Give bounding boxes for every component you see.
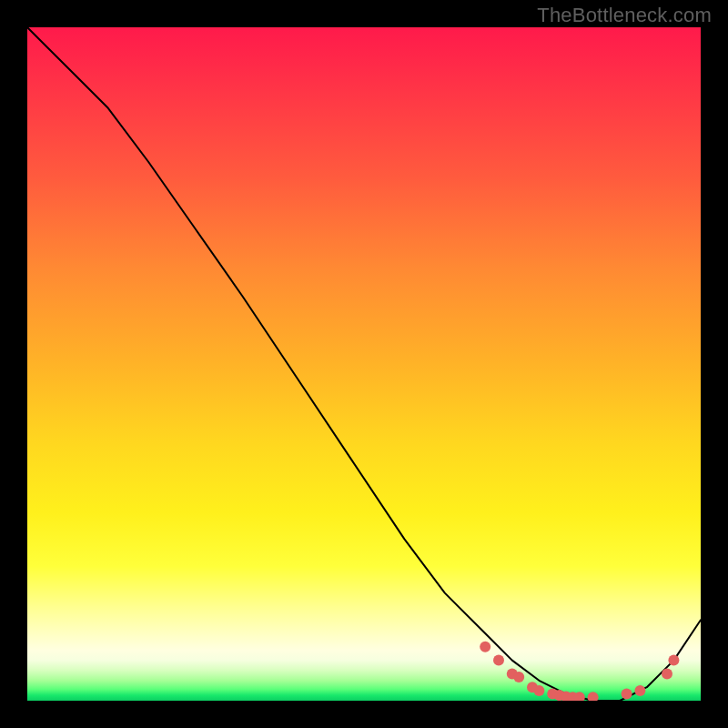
marker-dot	[493, 655, 504, 666]
plot-area	[27, 27, 701, 701]
marker-dot	[533, 685, 544, 696]
marker-group	[480, 642, 679, 701]
marker-dot	[662, 668, 672, 679]
bottleneck-curve	[27, 27, 701, 701]
chart-overlay	[27, 27, 701, 701]
marker-dot	[634, 685, 645, 696]
chart-container: TheBottleneck.com	[0, 0, 728, 728]
watermark-text: TheBottleneck.com	[537, 4, 712, 27]
marker-dot	[513, 672, 524, 682]
marker-dot	[480, 642, 490, 652]
marker-dot	[588, 692, 599, 701]
marker-dot	[622, 689, 632, 700]
marker-dot	[668, 655, 679, 666]
